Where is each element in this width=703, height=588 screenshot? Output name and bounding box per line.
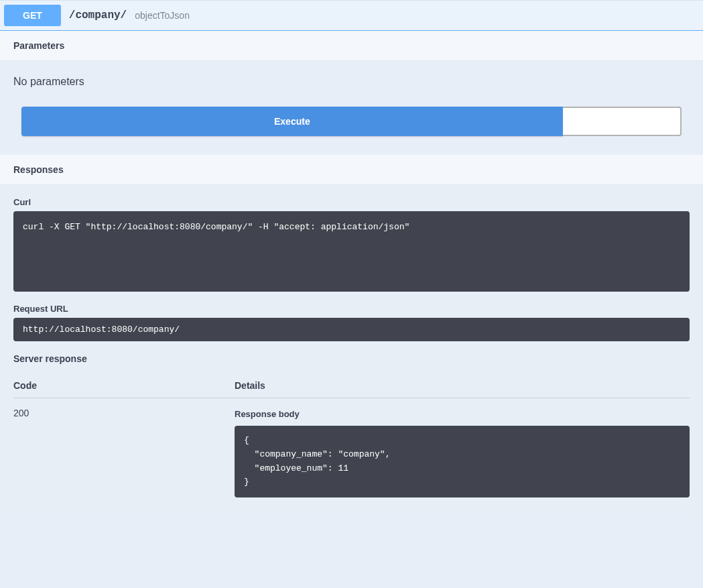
response-details-cell: Response body { "company_name": "company… bbox=[235, 398, 690, 498]
response-code: 200 bbox=[13, 398, 235, 498]
response-body-label: Response body bbox=[235, 408, 690, 426]
server-response-label: Server response bbox=[13, 341, 690, 368]
code-column-header: Code bbox=[13, 373, 235, 398]
response-table: Code Details 200 Response body { "compan… bbox=[13, 373, 690, 497]
execute-row: Execute bbox=[0, 107, 703, 155]
operation-path: /company/ bbox=[69, 9, 127, 21]
operation-id: objectToJson bbox=[135, 10, 190, 21]
http-method-badge: GET bbox=[4, 5, 61, 26]
response-row: 200 Response body { "company_name": "com… bbox=[13, 398, 690, 498]
request-url-label: Request URL bbox=[13, 292, 690, 318]
parameters-header: Parameters bbox=[0, 31, 703, 61]
operation-summary[interactable]: GET /company/ objectToJson bbox=[0, 1, 703, 31]
responses-body: Curl curl -X GET "http://localhost:8080/… bbox=[0, 185, 703, 514]
request-url[interactable]: http://localhost:8080/company/ bbox=[13, 318, 690, 341]
details-column-header: Details bbox=[235, 373, 690, 398]
operation-block: GET /company/ objectToJson Parameters No… bbox=[0, 0, 703, 514]
response-body[interactable]: { "company_name": "company", "employee_n… bbox=[235, 426, 690, 497]
curl-command[interactable]: curl -X GET "http://localhost:8080/compa… bbox=[13, 211, 690, 292]
parameters-empty: No parameters bbox=[0, 61, 703, 107]
responses-header: Responses bbox=[0, 155, 703, 185]
curl-label: Curl bbox=[13, 185, 690, 211]
clear-button[interactable] bbox=[563, 107, 682, 136]
execute-button[interactable]: Execute bbox=[21, 107, 563, 136]
